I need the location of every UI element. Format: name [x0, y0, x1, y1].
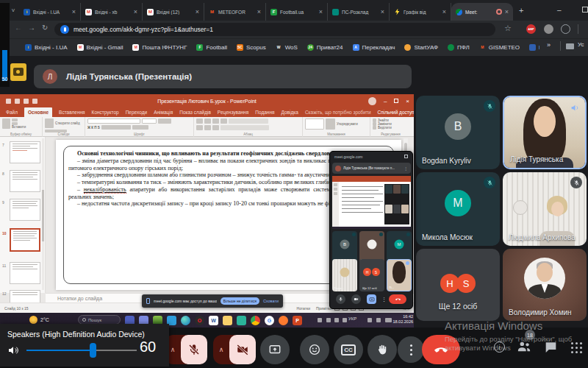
camera-options-caret[interactable]: ∧ — [213, 346, 229, 353]
taskbar-app-chrome[interactable] — [251, 316, 260, 325]
slide-thumbnail-10-selected[interactable] — [10, 228, 40, 252]
tab-ps-schedule[interactable]: ПС-Розклад × — [328, 3, 390, 21]
ribbon-tab-slideshow[interactable]: Показ слайдів — [179, 110, 211, 115]
volume-slider-handle[interactable] — [90, 343, 96, 358]
chat-button[interactable] — [545, 342, 557, 353]
tab-meet-active[interactable]: Meet: × — [451, 3, 513, 21]
taskbar-app-icon[interactable] — [237, 316, 246, 325]
tray-mic-icon[interactable] — [343, 318, 347, 322]
mic-permission-icon[interactable] — [60, 25, 69, 34]
all-bookmarks-folder-icon[interactable] — [566, 43, 574, 49]
tray-wifi-icon[interactable] — [368, 318, 372, 322]
forward-icon[interactable]: → — [28, 24, 35, 32]
slide-thumbnail-9[interactable] — [10, 199, 40, 221]
ribbon-tab-review[interactable]: Рецензування — [218, 110, 248, 115]
reload-icon[interactable]: ↻ — [42, 24, 48, 32]
new-tab-button[interactable]: + — [519, 6, 523, 15]
tab-close-icon[interactable]: × — [257, 8, 261, 15]
ribbon-tab-help[interactable]: Довідка — [282, 110, 298, 115]
tell-me-box[interactable]: Скажіть, що потрібно зробити — [305, 110, 371, 115]
pip-tile-lidiia[interactable]: Лі... — [387, 259, 412, 291]
tab-meteofor[interactable]: М METEOFOR × — [204, 3, 266, 21]
ribbon-tab-insert[interactable]: Вставлення — [59, 110, 85, 115]
ppt-restore-icon[interactable] — [394, 99, 398, 103]
mic-muted-group[interactable]: ∧ — [165, 335, 207, 364]
window-minimize-button[interactable]: – — [557, 6, 562, 14]
bookmark-football[interactable]: FFootball — [196, 44, 226, 51]
slide-thumbnail-8[interactable] — [10, 170, 40, 192]
tab-power-schedule[interactable]: Графік від × — [390, 3, 451, 21]
account-avatar[interactable] — [368, 97, 376, 105]
participant-tile-others[interactable]: H S Ще 12 осіб — [416, 249, 500, 321]
notes-toggle[interactable]: Нотатки — [297, 306, 310, 311]
url-text[interactable]: meet.google.com/akk-dgmr-yzc?pli=1&authu… — [74, 26, 213, 33]
end-call-button[interactable] — [422, 335, 460, 364]
ppt-close-icon[interactable]: × — [406, 98, 409, 105]
taskbar-app-explorer[interactable] — [223, 316, 232, 325]
bookmark-translate[interactable]: AПерекладач — [353, 44, 395, 51]
taskbar-app-opera[interactable]: O — [195, 316, 204, 325]
tray-chevron-icon[interactable] — [318, 318, 322, 322]
bookmark-privat24[interactable]: 24Приват24 — [307, 44, 343, 51]
pip-title-bar[interactable]: meet.google.com — [330, 152, 412, 161]
ribbon-tab-view[interactable]: Подання — [255, 110, 274, 115]
tray-clock[interactable]: 16:42 18.02.2026 — [391, 314, 413, 325]
all-bookmarks-label[interactable]: Ус — [578, 41, 584, 48]
adblock-extension-icon[interactable]: ABP — [526, 24, 536, 34]
pip-mic-button[interactable] — [336, 294, 345, 304]
presenting-banner[interactable]: Л Лідія Турянська (Презентація) — [34, 65, 412, 88]
participant-tile-liudmyla[interactable]: Людмила Архипова — [503, 172, 587, 246]
participants-button[interactable] — [516, 340, 532, 353]
ribbon-tab-home[interactable]: Основне — [24, 107, 52, 117]
tab-close-icon[interactable]: × — [72, 8, 76, 15]
ppt-minimize-icon[interactable]: – — [384, 98, 387, 105]
more-options-button[interactable] — [398, 336, 424, 363]
ribbon-tab-design[interactable]: Конструктор — [92, 110, 119, 115]
activities-button[interactable] — [571, 342, 573, 344]
pip-present-button-active[interactable] — [367, 294, 376, 304]
tab-search-chevron-icon[interactable]: v — [12, 7, 15, 13]
participant-tile-mykola[interactable]: M Микола Мосюк — [416, 172, 500, 246]
captions-button[interactable]: CC — [334, 335, 363, 364]
stop-sharing-button[interactable]: Більше не ділитися — [220, 297, 259, 305]
tab-close-icon[interactable]: × — [381, 8, 384, 15]
taskbar-weather[interactable]: 2°C — [29, 316, 49, 324]
pip-more-button[interactable]: ⋮ — [381, 297, 387, 302]
tray-icon[interactable] — [334, 318, 339, 322]
bookmark-scopus[interactable]: SCScopus — [237, 44, 266, 51]
participant-tile-bogdan[interactable]: B Bogdan Kyryliv — [416, 96, 500, 169]
tray-cloud-icon[interactable] — [326, 318, 331, 322]
tab-close-icon[interactable]: × — [505, 8, 509, 15]
mic-muted-button[interactable] — [181, 335, 207, 364]
pip-camera-button[interactable] — [351, 294, 361, 304]
camera-off-group[interactable]: ∧ — [213, 335, 256, 364]
taskbar-app-powerpoint-active[interactable]: P — [293, 316, 302, 325]
present-button[interactable] — [260, 335, 290, 364]
pip-tile-others[interactable]: H S Ще 12 осіб — [359, 259, 384, 291]
thumbnail-scrollbar[interactable] — [42, 138, 44, 290]
pip-more-icon[interactable]: ⋮ — [404, 166, 408, 171]
bookmark-ifntung-mail[interactable]: MПошта ІФНТУНГ — [132, 44, 187, 51]
bookmark-star-icon[interactable]: ☆ — [504, 24, 512, 32]
slide-thumbnail-7[interactable] — [10, 141, 40, 163]
tab-close-icon[interactable]: × — [319, 8, 323, 15]
meeting-details-button[interactable]: i — [494, 342, 505, 353]
bookmark-ntb[interactable]: НТБ — [529, 44, 539, 51]
ribbon-tab-animations[interactable]: Анімація — [154, 110, 173, 115]
taskbar-app-google[interactable]: G — [265, 316, 274, 325]
bookmarks-overflow-chevron[interactable]: » — [547, 41, 551, 49]
share-button[interactable]: Спільний доступ — [378, 110, 414, 115]
ribbon-tab-transitions[interactable]: Переходи — [126, 110, 147, 115]
tab-close-icon[interactable]: × — [134, 8, 137, 15]
taskbar-app-icon[interactable] — [279, 316, 288, 325]
reactions-button[interactable] — [300, 335, 329, 364]
taskbar-app-word[interactable]: W — [209, 316, 218, 325]
pip-end-call-button[interactable] — [389, 294, 406, 304]
tray-volume-icon[interactable] — [376, 318, 381, 322]
bookmark-wos[interactable]: WWoS — [276, 44, 298, 51]
pip-tile-liudmyla[interactable]: Людм... — [332, 259, 357, 291]
camera-off-button[interactable] — [229, 335, 256, 364]
bookmark-startuaf[interactable]: StartУАФ — [404, 44, 438, 51]
extensions-puzzle-icon[interactable] — [561, 24, 570, 34]
address-bar[interactable]: meet.google.com/akk-dgmr-yzc?pli=1&authu… — [54, 23, 495, 36]
